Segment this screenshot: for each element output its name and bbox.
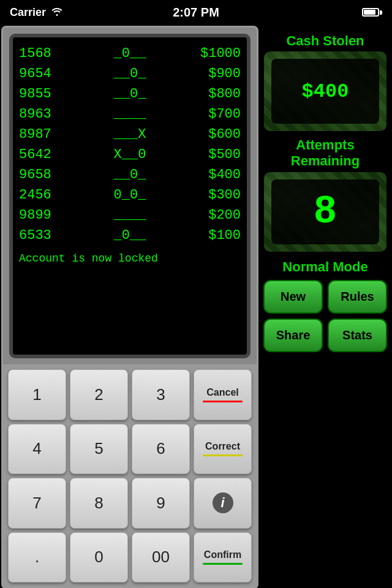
mode-label: Normal Mode — [263, 255, 387, 277]
confirm-label: Confirm — [204, 549, 241, 560]
cancel-indicator — [203, 401, 243, 402]
info-icon: i — [213, 492, 233, 513]
row-code-8: 9899 — [19, 205, 51, 225]
action-buttons: New Rules Share Stats — [263, 277, 387, 355]
row-amount-5: $500 — [200, 145, 241, 165]
row-code-5: 5642 — [19, 145, 51, 165]
atm-row-4: 8987 ___X $600 — [19, 124, 241, 145]
correct-indicator — [203, 454, 243, 456]
status-time: 2:07 PM — [173, 6, 219, 20]
key-6[interactable]: 6 — [132, 424, 190, 475]
cancel-label: Cancel — [206, 387, 238, 398]
atm-row-7: 2456 0_0_ $300 — [19, 185, 241, 205]
row-pattern-8: ____ — [105, 205, 146, 225]
key-00[interactable]: 00 — [132, 532, 190, 583]
key-8[interactable]: 8 — [70, 478, 128, 529]
row-pattern-1: __0_ — [105, 64, 146, 84]
status-bar: Carrier 2:07 PM — [0, 0, 392, 24]
cash-value-box: $400 — [271, 59, 379, 124]
attempts-value: 8 — [314, 190, 337, 234]
new-button[interactable]: New — [263, 280, 323, 314]
row-pattern-5: X__0 — [105, 145, 146, 165]
correct-label: Correct — [205, 441, 240, 452]
atm-row-8: 9899 ____ $200 — [19, 205, 241, 225]
row-amount-3: $700 — [200, 104, 241, 124]
key-0[interactable]: 0 — [70, 532, 128, 583]
row-code-6: 9658 — [19, 165, 51, 185]
confirm-indicator — [203, 563, 243, 565]
row-amount-2: $800 — [200, 84, 241, 104]
row-amount-9: $100 — [200, 225, 241, 246]
key-4[interactable]: 4 — [8, 424, 66, 475]
row-amount-0: $1000 — [200, 43, 241, 64]
row-pattern-6: __0_ — [105, 165, 146, 185]
cancel-button[interactable]: Cancel — [194, 369, 252, 420]
cash-stolen-label: Cash Stolen — [263, 28, 387, 51]
row-code-3: 8963 — [19, 104, 51, 124]
carrier-label: Carrier — [10, 6, 46, 19]
confirm-button[interactable]: Confirm — [194, 532, 252, 583]
key-1[interactable]: 1 — [8, 369, 66, 420]
key-3[interactable]: 3 — [132, 369, 190, 420]
row-pattern-4: ___X — [105, 124, 146, 145]
row-code-7: 2456 — [19, 185, 51, 205]
atm-status-message: Account is now locked — [19, 251, 241, 267]
atm-row-0: 1568 _0__ $1000 — [19, 43, 241, 64]
status-left: Carrier — [10, 6, 63, 19]
key-9[interactable]: 9 — [132, 478, 190, 529]
row-pattern-0: _0__ — [105, 43, 146, 64]
atm-row-2: 9855 __0_ $800 — [19, 84, 241, 104]
keypad: 1 2 3 Cancel 4 5 6 Correct 7 8 9 i . — [3, 364, 257, 587]
atm-row-6: 9658 __0_ $400 — [19, 165, 241, 185]
row-amount-6: $400 — [200, 165, 241, 185]
key-2[interactable]: 2 — [70, 369, 128, 420]
attempts-label: AttemptsRemaining — [263, 135, 387, 172]
attempts-value-box: 8 — [271, 179, 379, 244]
right-panel: Cash Stolen $400 AttemptsRemaining 8 Nor… — [260, 24, 391, 588]
share-button[interactable]: Share — [263, 318, 323, 352]
row-pattern-2: __0_ — [105, 84, 146, 104]
status-right — [362, 8, 382, 17]
row-pattern-3: ____ — [105, 104, 146, 124]
atm-screen: 1568 _0__ $1000 9654 __0_ $900 9855 __0_… — [9, 34, 251, 358]
row-code-9: 6533 — [19, 225, 51, 246]
cash-stolen-value: $400 — [302, 80, 349, 103]
row-amount-1: $900 — [200, 64, 241, 84]
battery-icon — [362, 8, 382, 17]
key-dot[interactable]: . — [8, 532, 66, 583]
left-panel: 1568 _0__ $1000 9654 __0_ $900 9855 __0_… — [1, 26, 258, 588]
row-code-2: 9855 — [19, 84, 51, 104]
row-code-1: 9654 — [19, 64, 51, 84]
main-layout: 1568 _0__ $1000 9654 __0_ $900 9855 __0_… — [0, 24, 392, 588]
wifi-icon — [51, 6, 63, 19]
row-pattern-9: _0__ — [105, 225, 146, 246]
atm-row-5: 5642 X__0 $500 — [19, 145, 241, 165]
row-code-0: 1568 — [19, 43, 51, 64]
cash-stolen-display: $400 — [264, 51, 386, 131]
row-amount-8: $200 — [200, 205, 241, 225]
atm-row-3: 8963 ____ $700 — [19, 104, 241, 124]
attempts-display: 8 — [264, 172, 386, 252]
atm-row-1: 9654 __0_ $900 — [19, 64, 241, 84]
stats-button[interactable]: Stats — [328, 318, 387, 352]
row-code-4: 8987 — [19, 124, 51, 145]
correct-button[interactable]: Correct — [194, 424, 252, 475]
attempts-section: AttemptsRemaining 8 — [263, 135, 387, 255]
row-pattern-7: 0_0_ — [105, 185, 146, 205]
key-7[interactable]: 7 — [8, 478, 66, 529]
cash-stolen-section: Cash Stolen $400 — [263, 28, 387, 135]
info-button[interactable]: i — [194, 478, 252, 529]
row-amount-4: $600 — [200, 124, 241, 145]
key-5[interactable]: 5 — [70, 424, 128, 475]
atm-row-9: 6533 _0__ $100 — [19, 225, 241, 246]
rules-button[interactable]: Rules — [328, 280, 387, 314]
row-amount-7: $300 — [200, 185, 241, 205]
